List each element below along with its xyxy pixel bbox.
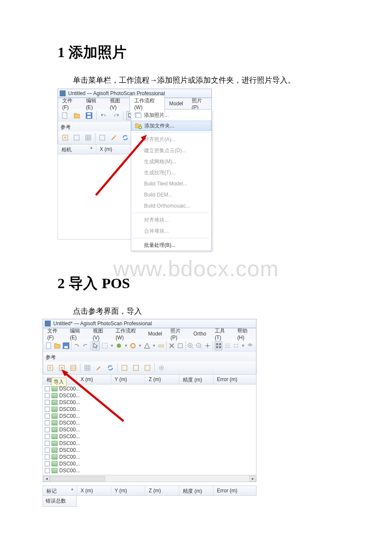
svg-point-25: [207, 345, 208, 347]
checkbox[interactable]: [45, 386, 50, 391]
menu-add-folder[interactable]: 添加文件夹...: [131, 121, 211, 131]
panel2-icon[interactable]: [131, 363, 141, 373]
menu-file[interactable]: 文件(F): [43, 326, 66, 342]
scroll-left-button[interactable]: ◂: [43, 476, 50, 482]
menu-edit[interactable]: 编辑(E): [66, 326, 89, 342]
rect-select-icon[interactable]: [101, 341, 108, 350]
file-name: DSC00...: [59, 440, 80, 446]
zoom-in-icon[interactable]: [187, 341, 194, 350]
col-y[interactable]: Y (m): [111, 486, 145, 495]
undo-icon[interactable]: [73, 341, 80, 350]
rotate-icon[interactable]: [130, 341, 136, 350]
checkbox[interactable]: [45, 407, 50, 412]
menu-model[interactable]: Model: [165, 99, 187, 108]
checkbox[interactable]: [45, 454, 50, 460]
checkbox[interactable]: [45, 448, 50, 453]
camera-icon: [52, 468, 58, 473]
svg-marker-14: [141, 135, 147, 141]
export-icon[interactable]: [72, 133, 81, 142]
view-grid-icon[interactable]: [215, 341, 222, 350]
checkbox[interactable]: [45, 413, 50, 419]
zoom-out-icon[interactable]: [196, 341, 202, 350]
col-accuracy[interactable]: 精度 (m): [179, 486, 213, 495]
fit-icon[interactable]: [204, 341, 211, 350]
col-x[interactable]: X (m): [77, 486, 111, 495]
list-item[interactable]: DSC00...: [43, 467, 256, 474]
photos-icon: [134, 112, 142, 119]
list-item[interactable]: DSC00...: [43, 454, 256, 460]
scale-icon[interactable]: [144, 341, 150, 350]
list-item[interactable]: DSC00...: [43, 447, 256, 454]
list-item[interactable]: DSC00...: [43, 433, 256, 440]
menu-edit[interactable]: 编辑(E): [82, 95, 106, 112]
checkbox[interactable]: [45, 420, 50, 425]
open-icon[interactable]: [72, 111, 82, 120]
view-solid-icon[interactable]: [247, 341, 254, 350]
import-icon[interactable]: [61, 133, 70, 142]
menu-tools[interactable]: 工具(T): [210, 326, 233, 342]
cursor-icon[interactable]: [92, 341, 100, 350]
checkbox[interactable]: [45, 441, 50, 446]
list-item[interactable]: DSC00...: [43, 460, 256, 467]
menu-workflow[interactable]: 工作流程(W): [111, 326, 144, 342]
save-icon[interactable]: [84, 111, 94, 120]
panel3-icon[interactable]: [143, 363, 152, 373]
col-z[interactable]: Z (m): [145, 375, 179, 384]
file-name: DSC00...: [59, 468, 80, 474]
menu-help[interactable]: 帮助(H): [233, 326, 256, 342]
new-icon[interactable]: [61, 111, 70, 120]
menu-orthomosaic[interactable]: Build Orthomosaic...: [131, 200, 211, 211]
checkbox[interactable]: [45, 400, 50, 405]
horizontal-scrollbar[interactable]: ◂ ▸: [43, 475, 257, 482]
svg-rect-2: [87, 116, 91, 118]
redo-icon[interactable]: [111, 111, 121, 120]
undo-icon[interactable]: [99, 111, 109, 120]
checkbox[interactable]: [45, 427, 50, 432]
move-icon[interactable]: [115, 341, 122, 350]
svg-point-33: [237, 347, 238, 348]
svg-point-31: [237, 344, 238, 345]
menu-view[interactable]: 视图(V): [106, 95, 130, 112]
crop-icon[interactable]: [177, 341, 184, 350]
menu-photo[interactable]: 照片(P): [166, 326, 189, 342]
menu-view[interactable]: 视图(V): [89, 326, 112, 342]
scroll-right-button[interactable]: ▸: [249, 476, 256, 482]
menu-ortho[interactable]: Ortho: [189, 329, 210, 338]
checkbox[interactable]: [45, 393, 50, 398]
delete-icon[interactable]: [168, 341, 175, 350]
col-z[interactable]: Z (m): [145, 486, 179, 495]
col-error[interactable]: Error (m): [213, 375, 256, 384]
scroll-thumb[interactable]: [50, 476, 105, 481]
menu-workflow[interactable]: 工作流程(W): [130, 95, 165, 112]
section2-suffix: POS: [102, 275, 130, 291]
checkbox[interactable]: [45, 468, 50, 473]
menu-model[interactable]: Model: [144, 329, 167, 338]
file-name: DSC00...: [59, 447, 80, 453]
list-item[interactable]: DSC00...: [43, 440, 256, 447]
sort-up-icon: ▲: [70, 487, 74, 491]
import-icon[interactable]: [46, 363, 55, 373]
redo-icon[interactable]: [82, 341, 89, 350]
view-dense-icon[interactable]: [233, 341, 239, 350]
menu-align-chunks[interactable]: 对齐堆块...: [131, 214, 211, 225]
camera-icon: [52, 454, 58, 460]
ruler-icon[interactable]: [158, 341, 164, 350]
col-error[interactable]: Error (m): [213, 486, 256, 495]
save-icon[interactable]: [63, 341, 69, 350]
scroll-track[interactable]: [50, 476, 249, 482]
menu-batch[interactable]: 批量处理(B)...: [131, 240, 211, 251]
file-name: DSC00...: [59, 461, 80, 467]
checkbox[interactable]: [45, 461, 50, 466]
col-accuracy[interactable]: 精度 (m): [179, 375, 213, 384]
settings-icon[interactable]: [157, 363, 166, 373]
open-icon[interactable]: [54, 341, 61, 350]
svg-rect-15: [46, 343, 51, 349]
col-marker[interactable]: 标记 ▲: [43, 486, 77, 495]
svg-rect-40: [145, 365, 150, 370]
checkbox[interactable]: [45, 434, 50, 439]
file-name: DSC00...: [59, 434, 80, 439]
menu-merge-chunks[interactable]: 合并堆块...: [131, 225, 211, 237]
new-icon[interactable]: [46, 341, 52, 350]
menu-file[interactable]: 文件(F): [58, 95, 82, 112]
view-list-icon[interactable]: [224, 341, 231, 350]
